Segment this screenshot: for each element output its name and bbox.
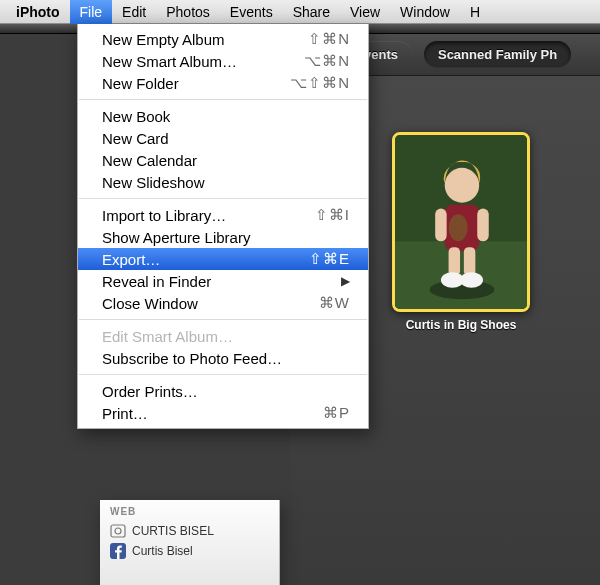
menu-new-book[interactable]: New Book <box>78 105 368 127</box>
svg-rect-10 <box>464 247 475 276</box>
facebook-icon <box>110 543 126 559</box>
menu-label: New Empty Album <box>102 31 225 48</box>
menubar-item-photos[interactable]: Photos <box>156 0 220 24</box>
menu-import-to-library[interactable]: Import to Library… ⇧⌘I <box>78 204 368 226</box>
menu-new-smart-album[interactable]: New Smart Album… ⌥⌘N <box>78 50 368 72</box>
menubar-item-events[interactable]: Events <box>220 0 283 24</box>
menu-new-empty-album[interactable]: New Empty Album ⇧⌘N <box>78 28 368 50</box>
svg-rect-0 <box>111 525 125 537</box>
menu-label: Import to Library… <box>102 207 226 224</box>
sidebar-heading-web: WEB <box>106 504 273 521</box>
menu-label: New Smart Album… <box>102 53 237 70</box>
menu-label: Show Aperture Library <box>102 229 250 246</box>
menu-separator <box>79 99 367 100</box>
menu-shortcut: ⌘P <box>323 404 350 422</box>
menu-new-calendar[interactable]: New Calendar <box>78 149 368 171</box>
menu-label: Print… <box>102 405 148 422</box>
photo-caption: Curtis in Big Shoes <box>392 318 530 332</box>
menubar-item-view[interactable]: View <box>340 0 390 24</box>
sidebar-item-facebook[interactable]: Curtis Bisel <box>106 541 273 561</box>
sidebar-web-section: WEB CURTIS BISEL Curtis Bisel <box>100 500 280 585</box>
menu-shortcut: ⇧⌘E <box>309 250 350 268</box>
svg-rect-7 <box>435 208 446 241</box>
tab-scanned-family[interactable]: Scanned Family Ph <box>424 41 571 68</box>
menu-shortcut: ⌘W <box>319 294 350 312</box>
menu-label: New Book <box>102 108 170 125</box>
svg-point-14 <box>449 214 468 241</box>
menu-label: Reveal in Finder <box>102 273 211 290</box>
menu-new-card[interactable]: New Card <box>78 127 368 149</box>
menu-label: Subscribe to Photo Feed… <box>102 350 282 367</box>
menu-order-prints[interactable]: Order Prints… <box>78 380 368 402</box>
menu-shortcut: ⌥⇧⌘N <box>290 74 350 92</box>
file-menu: New Empty Album ⇧⌘N New Smart Album… ⌥⌘N… <box>77 24 369 429</box>
menu-shortcut: ⇧⌘I <box>315 206 350 224</box>
menubar-item-file[interactable]: File <box>70 0 113 24</box>
menu-close-window[interactable]: Close Window ⌘W <box>78 292 368 314</box>
menu-shortcut: ⌥⌘N <box>304 52 350 70</box>
menu-reveal-in-finder[interactable]: Reveal in Finder ▶ <box>78 270 368 292</box>
menu-label: Order Prints… <box>102 383 198 400</box>
menu-separator <box>79 198 367 199</box>
menu-show-aperture-library[interactable]: Show Aperture Library <box>78 226 368 248</box>
menu-label: Close Window <box>102 295 198 312</box>
menu-label: New Folder <box>102 75 179 92</box>
mobileme-icon <box>110 523 126 539</box>
menu-print[interactable]: Print… ⌘P <box>78 402 368 424</box>
menubar-app[interactable]: iPhoto <box>6 0 70 24</box>
sidebar-item-label: CURTIS BISEL <box>132 524 214 538</box>
menu-edit-smart-album: Edit Smart Album… <box>78 325 368 347</box>
photo-frame <box>392 132 530 312</box>
menubar-item-share[interactable]: Share <box>283 0 340 24</box>
svg-rect-9 <box>449 247 460 276</box>
menu-subscribe-to-photo-feed[interactable]: Subscribe to Photo Feed… <box>78 347 368 369</box>
menu-new-folder[interactable]: New Folder ⌥⇧⌘N <box>78 72 368 94</box>
menubar-item-window[interactable]: Window <box>390 0 460 24</box>
menu-label: New Card <box>102 130 169 147</box>
photo-image <box>395 135 527 309</box>
menubar: iPhoto File Edit Photos Events Share Vie… <box>0 0 600 24</box>
svg-point-1 <box>115 528 121 534</box>
svg-point-13 <box>445 168 479 203</box>
menu-label: Export… <box>102 251 160 268</box>
menu-label: New Slideshow <box>102 174 205 191</box>
svg-rect-8 <box>477 208 488 241</box>
menu-separator <box>79 374 367 375</box>
menu-separator <box>79 319 367 320</box>
menu-label: New Calendar <box>102 152 197 169</box>
photo-thumbnail[interactable]: Curtis in Big Shoes <box>392 132 530 332</box>
menu-new-slideshow[interactable]: New Slideshow <box>78 171 368 193</box>
submenu-arrow-icon: ▶ <box>341 274 350 288</box>
menubar-item-help[interactable]: H <box>460 0 490 24</box>
menu-export[interactable]: Export… ⇧⌘E <box>78 248 368 270</box>
menu-shortcut: ⇧⌘N <box>308 30 350 48</box>
sidebar-item-mobileme[interactable]: CURTIS BISEL <box>106 521 273 541</box>
menu-label: Edit Smart Album… <box>102 328 233 345</box>
sidebar-item-label: Curtis Bisel <box>132 544 193 558</box>
svg-point-12 <box>460 272 483 287</box>
menubar-item-edit[interactable]: Edit <box>112 0 156 24</box>
